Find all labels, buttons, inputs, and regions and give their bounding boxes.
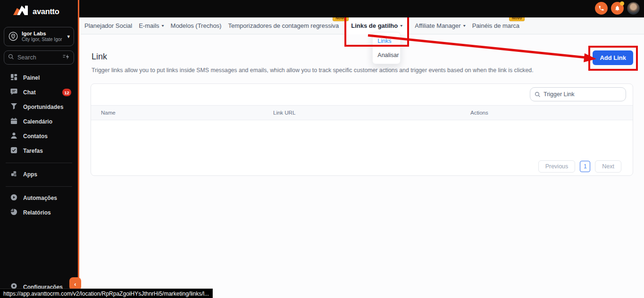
topbar-actions <box>595 2 640 15</box>
links-table-card: Name Link URL Actions Previous 1 Next <box>91 83 633 176</box>
location-subtitle: City Igor, State Igor <box>22 37 62 43</box>
nav-item-label: Planejador Social <box>84 22 132 29</box>
phone-button[interactable] <box>595 2 608 15</box>
chat-unread-badge: 12 <box>62 89 71 96</box>
dashboard-icon <box>10 74 17 83</box>
sidebar-item-label: Oportunidades <box>23 104 63 110</box>
column-header-link-url: Link URL <box>273 110 470 116</box>
nav-item-label: Affiliate Manager <box>415 22 460 29</box>
sidebar-item-painel[interactable]: Painel <box>0 71 78 85</box>
trigger-link-search-input[interactable] <box>544 88 623 101</box>
avantto-logo-icon <box>13 5 29 19</box>
nav-item-label: Temporizadores de contagem regressiva <box>228 22 339 29</box>
nav-item-label: Links de gatilho <box>351 22 398 29</box>
nav-item-label: Painéis de marca <box>472 22 519 29</box>
search-icon <box>8 53 14 62</box>
sidebar-item-oportunidades[interactable]: Oportunidades <box>0 100 78 115</box>
nav-item-planejador-social[interactable]: Planejador Social <box>84 17 132 34</box>
sidebar-item-tarefas[interactable]: Tarefas <box>0 144 78 158</box>
funnel-icon <box>10 103 17 112</box>
task-check-icon <box>10 147 17 156</box>
chevron-down-icon: ▾ <box>463 24 466 28</box>
location-switcher[interactable]: Igor Labs City Igor, State Igor ▾ <box>4 27 74 46</box>
marketing-nav: Planejador Social E-mails ▾ Modelos (Tre… <box>81 17 644 34</box>
sidebar-item-apps[interactable]: Apps <box>0 167 78 182</box>
location-pin-icon <box>8 31 18 41</box>
location-name: Igor Labs <box>22 30 62 37</box>
phone-icon <box>598 5 604 11</box>
main-content: Link Trigger links allow you to put link… <box>81 34 644 298</box>
nav-item-paineis-de-marca[interactable]: Painéis de marca Novo <box>472 17 519 34</box>
trigger-link-search[interactable] <box>530 87 626 101</box>
nav-item-temporizadores[interactable]: Temporizadores de contagem regressiva <box>228 17 339 34</box>
nav-item-modelos-trechos[interactable]: Modelos (Trechos) <box>171 17 222 34</box>
top-bar <box>0 0 644 17</box>
notifications-button[interactable] <box>611 2 624 15</box>
add-link-button[interactable]: Add Link <box>593 50 633 65</box>
nav-item-links-de-gatilho[interactable]: Links de gatilho ▾ Novo Links Analisar <box>345 17 408 34</box>
dropdown-item-analisar[interactable]: Analisar <box>373 48 400 62</box>
app-logo[interactable]: avantto <box>0 0 78 19</box>
sidebar-menu: Painel Chat 12 Oportunidades Calendário … <box>0 71 78 158</box>
links-de-gatilho-dropdown: Links Analisar <box>372 32 401 64</box>
search-icon <box>535 91 541 99</box>
page-description: Trigger links allow you to put links ins… <box>92 67 534 74</box>
previous-page-button[interactable]: Previous <box>538 160 576 173</box>
sidebar-item-label: Tarefas <box>23 148 43 154</box>
person-icon <box>10 132 17 141</box>
search-placeholder: Search <box>17 54 59 61</box>
sidebar-item-automacoes[interactable]: Automações <box>0 191 78 206</box>
chevron-down-icon: ▾ <box>162 24 164 28</box>
sidebar-item-label: Relatórios <box>23 209 51 216</box>
chat-icon <box>10 88 17 97</box>
column-header-actions: Actions <box>470 110 633 116</box>
sidebar-item-label: Painel <box>23 74 40 81</box>
sidebar-item-label: Chat <box>23 89 36 96</box>
status-bar-url: https://app.avanttocrm.com/v2/location/R… <box>3 290 209 297</box>
chevron-down-icon: ▾ <box>67 33 70 40</box>
apps-icon <box>10 170 17 179</box>
sidebar-item-calendario[interactable]: Calendário <box>0 115 78 129</box>
sidebar-search[interactable]: Search <box>4 50 74 65</box>
calendar-icon <box>10 117 17 126</box>
user-avatar[interactable] <box>627 2 640 15</box>
nav-item-label: E-mails <box>139 22 159 29</box>
dropdown-item-links[interactable]: Links <box>373 34 400 48</box>
sidebar-spacer <box>0 220 78 280</box>
sidebar-divider <box>6 186 72 187</box>
automation-play-icon <box>10 194 17 203</box>
pie-chart-icon <box>10 208 17 217</box>
table-header-row: Name Link URL Actions <box>91 105 633 120</box>
sidebar-item-contatos[interactable]: Contatos <box>0 129 78 144</box>
sidebar-item-label: Calendário <box>23 118 52 125</box>
column-header-name: Name <box>101 110 273 116</box>
nav-item-label: Modelos (Trechos) <box>171 22 222 29</box>
chevron-left-icon: ‹ <box>74 281 76 288</box>
sidebar-item-label: Contatos <box>23 133 48 140</box>
add-link-wrapper: Add Link <box>593 50 633 65</box>
sidebar-divider <box>6 163 72 163</box>
next-page-button[interactable]: Next <box>595 160 621 173</box>
bell-icon <box>614 5 620 11</box>
nav-item-affiliate-manager[interactable]: Affiliate Manager ▾ <box>415 17 465 34</box>
notification-dot <box>620 1 624 6</box>
logo-text: avantto <box>33 7 59 16</box>
nav-item-emails[interactable]: E-mails ▾ <box>139 17 164 34</box>
table-toolbar <box>91 84 633 105</box>
chevron-down-icon: ▾ <box>400 24 402 28</box>
table-body-empty <box>91 120 633 157</box>
page-title: Link <box>92 52 107 62</box>
sidebar-item-label: Apps <box>23 171 37 178</box>
sidebar: avantto Igor Labs City Igor, State Igor … <box>0 0 79 298</box>
page-number-button[interactable]: 1 <box>580 161 590 172</box>
sidebar-item-label: Automações <box>23 195 57 201</box>
sidebar-item-relatorios[interactable]: Relatórios <box>0 206 78 220</box>
pagination: Previous 1 Next <box>91 157 633 175</box>
sidebar-item-chat[interactable]: Chat 12 <box>0 85 78 100</box>
browser-status-bar: https://app.avanttocrm.com/v2/location/R… <box>0 289 213 298</box>
quick-actions-icon <box>63 53 70 62</box>
